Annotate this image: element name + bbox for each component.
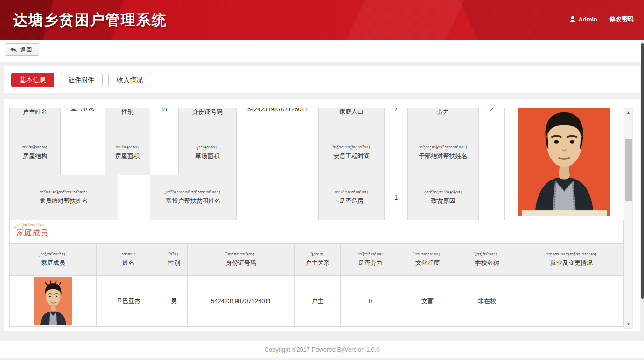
content-scrollbar[interactable]: ▲ ▼ xyxy=(624,108,633,329)
page-title: 达塘乡贫困户管理系统 xyxy=(13,10,167,30)
field-label-housing-project-time: བདེ་སྡོད་ལས་གྲྭའི་དུས་ཚོད། 安居工程时间 xyxy=(319,131,385,175)
tibetan-label: ཁང་པའི་སྒྲོམ་གཞི། xyxy=(22,145,48,151)
chinese-label: 是否劳力 xyxy=(358,259,383,267)
field-label-poverty-cause: དབུལ་པོར་གྱུར་པའི་རྒྱུ་རྐྱེན། 致贫原因 xyxy=(408,175,479,220)
tab-income-situation[interactable]: 收入情况 xyxy=(108,73,151,87)
tibetan-label: ཁང་པ་ཉེན་ཁ་ཡིན་མིན། xyxy=(335,190,368,195)
tab-certificate-attachments[interactable]: 证件附件 xyxy=(60,73,103,87)
field-value-housing-project-time xyxy=(385,131,408,175)
tibetan-label: ཁང་པའི་རྒྱ་ཚད། xyxy=(116,145,139,151)
chinese-label: 学校名称 xyxy=(475,259,499,267)
tibetan-label: ཕོ་མོ། xyxy=(170,252,178,257)
family-table-row: 旦巴亚杰 男 542423198707126011 户主 0 文盲 非在校 xyxy=(9,276,624,327)
field-label-labor: ངལ་རྩོལ། 劳力 xyxy=(408,108,479,131)
field-label-family-population: ཁྱིམ་མིའི་གྲངས། 家庭人口 xyxy=(319,108,385,131)
page-scrollbar[interactable] xyxy=(641,40,644,360)
change-password-link[interactable]: 修改密码 xyxy=(609,15,634,23)
chinese-label: 草场面积 xyxy=(196,152,220,160)
page-scrollbar-thumb[interactable] xyxy=(641,43,644,299)
tibetan-label: རིག་གནས་ཆུ་ཚད། xyxy=(415,252,440,257)
field-value-cadre-helper-name xyxy=(479,131,505,175)
tibetan-label: ངལ་རྩོལ་ཡིན་མིན། xyxy=(358,252,383,257)
table-row: ཏང་ཡོན་ཟུང་སྦྲེལ་རོགས་རམ་མིང་། 党员结对帮扶姓名 … xyxy=(9,175,505,220)
tibetan-label: ལས་བྱེད་ཟུང་སྦྲེལ་རོགས་རམ་མིང་། xyxy=(419,145,468,151)
tibetan-label: སློབ་གྲྭའི་མིང་། xyxy=(476,252,497,257)
basic-info-table: ཁྱིམ་བདག་གི་མིང་། 户主姓名 旦巴亚杰 ཕོ་མོ། 性别 男 … xyxy=(9,108,505,220)
scroll-viewport: ཁྱིམ་བདག་གི་མིང་། 户主姓名 旦巴亚杰 ཕོ་མོ། 性别 男 … xyxy=(9,108,624,329)
field-value-house-structure xyxy=(61,131,105,175)
chinese-label: 是否危房 xyxy=(339,197,364,205)
scroll-content: ཁྱིམ་བདག་གི་མིང་། 户主姓名 旦巴亚杰 ཕོ་མོ། 性别 男 … xyxy=(9,108,624,327)
field-label-wealthy-helper-name: ཕྱུག་པོའི་དུད་ཚང་གིས་རོགས་རམ་མིང་། 富裕户帮扶… xyxy=(150,175,237,220)
field-value-wealthy-helper-name xyxy=(237,175,319,220)
app-header: 达塘乡贫困户管理系统 Admin 修改密码 xyxy=(0,0,644,40)
tab-bar: 基本信息 证件附件 收入情况 xyxy=(11,73,151,87)
field-label-id-number: ཐོབ་ཐང་ལག་ཁྱེར་ཨང་། 身份证号码 xyxy=(179,108,237,131)
chinese-label: 文化程度 xyxy=(415,259,440,267)
col-is-labor: ངལ་རྩོལ་ཡིན་མིན། 是否劳力 xyxy=(341,244,400,276)
chinese-label: 致贫原因 xyxy=(431,197,455,205)
field-value-house-area xyxy=(150,131,179,175)
col-education: རིག་གནས་ཆུ་ཚད། 文化程度 xyxy=(400,244,455,276)
back-button[interactable]: 返回 xyxy=(5,43,39,56)
family-section-title: 家庭成员 xyxy=(16,228,623,238)
field-label-dangerous-house: ཁང་པ་ཉེན་ཁ་ཡིན་མིན། 是否危房 xyxy=(319,175,385,220)
copyright-text: Copyright ©2017 Powered ByVersion 1.0.0 xyxy=(264,346,379,353)
field-label-pasture-area: རྩྭ་ས་རྒྱ་ཚད། 草场面积 xyxy=(179,131,237,175)
field-value-id-number: 542423198707126011 xyxy=(237,108,319,131)
family-table-header-row: དུད་ཁྱིམ་ཁོངས་མི། 家庭成员 རུས་མིང་། 姓名 ཕོ་མ… xyxy=(9,244,624,276)
table-row: ཁྱིམ་བདག་གི་མིང་། 户主姓名 旦巴亚杰 ཕོ་མོ། 性别 男 … xyxy=(9,108,505,131)
member-relation: 户主 xyxy=(295,276,341,327)
field-value-poverty-cause xyxy=(479,175,505,220)
chinese-label: 户主关系 xyxy=(306,259,330,267)
tab-basic-info[interactable]: 基本信息 xyxy=(11,73,54,87)
chinese-label: 身份证号码 xyxy=(192,108,223,116)
toolbar: 返回 xyxy=(0,40,644,62)
field-value-family-population: 7 xyxy=(385,108,408,131)
field-value-party-helper-name xyxy=(118,175,150,220)
field-value-labor: 2 xyxy=(479,108,505,131)
chinese-label: 房屋结构 xyxy=(23,152,47,160)
member-gender: 男 xyxy=(161,276,188,327)
member-id-number: 542423198707126011 xyxy=(188,276,295,327)
field-label-householder-name: ཁྱིམ་བདག་གི་མིང་། 户主姓名 xyxy=(9,108,61,131)
field-value-gender: 男 xyxy=(150,108,179,131)
scroll-down-button[interactable]: ▼ xyxy=(624,320,632,328)
tibetan-label: ཏང་ཡོན་ཟུང་སྦྲེལ་རོགས་རམ་མིང་། xyxy=(40,190,88,195)
field-label-party-helper-name: ཏང་ཡོན་ཟུང་སྦྲེལ་རོགས་རམ་མིང་། 党员结对帮扶姓名 xyxy=(9,175,118,220)
member-photo-cell xyxy=(9,276,97,327)
chinese-label: 身份证号码 xyxy=(226,259,256,267)
tab-panel: 基本信息 证件附件 收入情况 xyxy=(4,66,640,93)
scrollbar-thumb[interactable] xyxy=(625,139,632,201)
col-relation: འབྲེལ་བ། 户主关系 xyxy=(295,244,341,276)
footer: Copyright ©2017 Powered ByVersion 1.0.0 xyxy=(0,341,644,358)
chinese-label: 房屋面积 xyxy=(115,152,140,160)
tibetan-label: ཕྱུག་པོའི་དུད་ཚང་གིས་རོགས་རམ་མིང་། xyxy=(166,190,221,195)
chinese-label: 姓名 xyxy=(123,259,135,267)
col-name: རུས་མིང་། 姓名 xyxy=(97,244,161,276)
chinese-label: 干部结对帮扶姓名 xyxy=(419,152,468,160)
tibetan-label: དབུལ་པོར་གྱུར་པའི་རྒྱུ་རྐྱེན། xyxy=(424,190,462,195)
col-school: སློབ་གྲྭའི་མིང་། 学校名称 xyxy=(455,244,519,276)
chinese-label: 劳力 xyxy=(437,108,449,116)
member-education: 文盲 xyxy=(400,276,455,327)
member-photo xyxy=(34,277,72,325)
member-name: 旦巴亚杰 xyxy=(97,276,161,327)
tibetan-label: བདེ་སྡོད་ལས་གྲྭའི་དུས་ཚོད། xyxy=(333,145,371,151)
tibetan-label: འབྲེལ་བ། xyxy=(311,252,324,257)
tibetan-label: ལས་ཞུགས་དང་འགྱུར་ལྡོག་གནས་ཚུལ། xyxy=(546,252,597,257)
col-gender: ཕོ་མོ། 性别 xyxy=(161,244,188,276)
member-school: 非在校 xyxy=(455,276,519,327)
field-value-dangerous-house: 1 xyxy=(385,175,408,220)
main-panel: ཁྱིམ་བདག་གི་མིང་། 户主姓名 旦巴亚杰 ཕོ་མོ། 性别 男 … xyxy=(4,99,640,331)
member-employment xyxy=(519,276,624,327)
chinese-label: 就业及变更情况 xyxy=(550,259,593,267)
member-is-labor: 0 xyxy=(341,276,400,327)
user-menu[interactable]: Admin xyxy=(569,16,597,23)
chinese-label: 家庭成员 xyxy=(41,259,65,267)
chinese-label: 性别 xyxy=(121,108,133,116)
back-button-label: 返回 xyxy=(20,46,32,54)
scroll-up-button[interactable]: ▲ xyxy=(624,109,632,117)
user-name: Admin xyxy=(579,16,597,23)
chinese-label: 户主姓名 xyxy=(23,108,47,116)
